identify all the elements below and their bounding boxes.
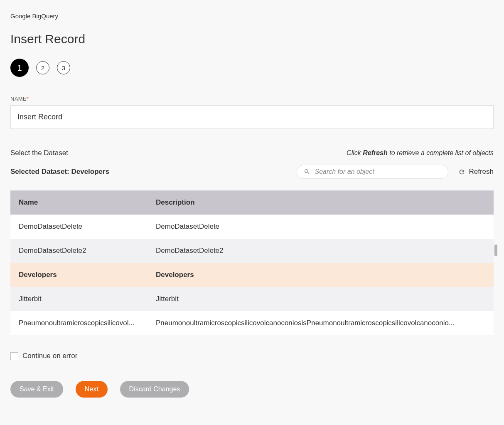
step-2[interactable]: 2 [36, 61, 49, 74]
continue-on-error-label: Continue on error [22, 352, 77, 360]
cell-description: DemoDatasetDelete2 [148, 239, 494, 263]
search-input[interactable] [315, 168, 441, 175]
breadcrumb-link[interactable]: Google BigQuery [10, 12, 58, 20]
refresh-hint: Click Refresh to retrieve a complete lis… [347, 149, 494, 157]
continue-on-error-checkbox[interactable] [10, 352, 18, 360]
save-exit-button[interactable]: Save & Exit [10, 381, 63, 398]
step-connector [49, 68, 57, 68]
page-title: Insert Record [10, 32, 494, 46]
name-field-label: NAME* [10, 96, 494, 102]
cell-description: Jitterbit [148, 287, 494, 311]
name-input[interactable] [10, 105, 494, 129]
table-row[interactable]: DemoDatasetDeleteDemoDatasetDelete [10, 215, 494, 239]
cell-description: Pneumonoultramicroscopicsilicovolcanocon… [148, 311, 494, 335]
cell-description: DemoDatasetDelete [148, 215, 494, 239]
table-row[interactable]: DemoDatasetDelete2DemoDatasetDelete2 [10, 239, 494, 263]
cell-name: Developers [10, 263, 148, 287]
search-icon [304, 168, 310, 175]
cell-name: DemoDatasetDelete [10, 215, 148, 239]
step-1[interactable]: 1 [10, 59, 29, 77]
required-marker: * [27, 96, 29, 102]
scrollbar-thumb[interactable] [494, 245, 497, 256]
next-button[interactable]: Next [76, 381, 108, 398]
dataset-table: Name Description DemoDatasetDeleteDemoDa… [10, 190, 494, 335]
search-wrapper [297, 165, 448, 179]
selected-dataset-label: Selected Dataset: Developers [10, 168, 109, 176]
table-row[interactable]: DevelopersDevelopers [10, 263, 494, 287]
cell-name: Pneumonoultramicroscopicsilicovol... [10, 311, 148, 335]
column-header-description[interactable]: Description [148, 190, 494, 215]
step-connector [29, 68, 36, 68]
refresh-button[interactable]: Refresh [458, 168, 494, 176]
discard-button[interactable]: Discard Changes [120, 381, 189, 398]
scrollbar-track [494, 215, 499, 335]
table-row[interactable]: Pneumonoultramicroscopicsilicovol...Pneu… [10, 311, 494, 335]
stepper: 1 2 3 [10, 59, 494, 77]
step-3[interactable]: 3 [57, 61, 70, 74]
dataset-section-label: Select the Dataset [10, 149, 68, 157]
refresh-icon [458, 168, 465, 175]
refresh-label: Refresh [469, 168, 494, 176]
cell-name: DemoDatasetDelete2 [10, 239, 148, 263]
column-header-name[interactable]: Name [10, 190, 148, 215]
cell-description: Developers [148, 263, 494, 287]
cell-name: Jitterbit [10, 287, 148, 311]
table-row[interactable]: JitterbitJitterbit [10, 287, 494, 311]
